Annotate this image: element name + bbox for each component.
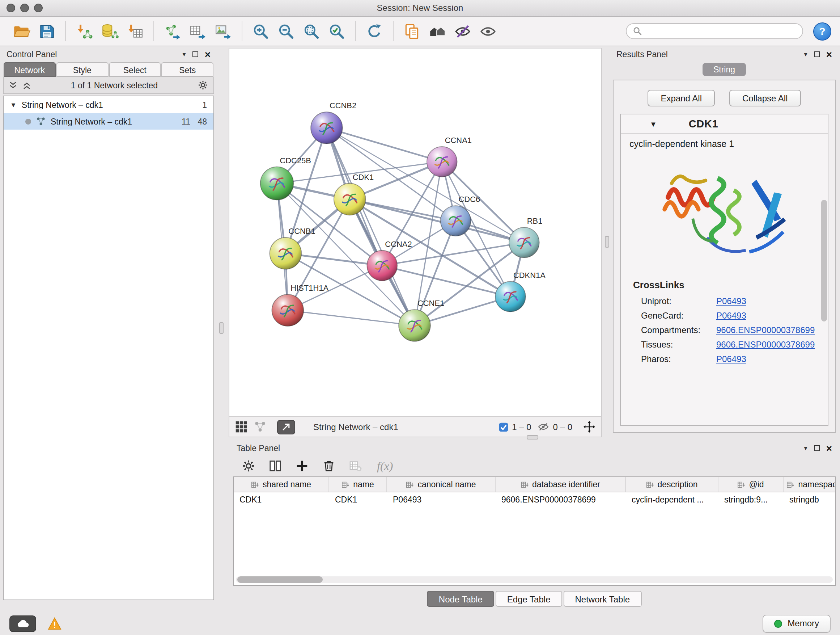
column-header-description[interactable]: description (626, 477, 718, 492)
import-table-file-button[interactable] (125, 21, 145, 42)
memory-button[interactable]: Memory (762, 614, 831, 632)
tab-select[interactable]: Select (109, 62, 161, 77)
control-panel-menu-icon[interactable]: ▾ (183, 50, 186, 57)
right-splitter-handle[interactable] (605, 236, 609, 248)
import-network-file-button[interactable] (74, 21, 95, 42)
export-table-button[interactable] (187, 21, 208, 42)
network-collection-row[interactable]: ▼ String Network – cdk1 1 (4, 96, 213, 113)
network-graph[interactable]: CCNB2CCNA1CDC25BCDK1CDC6RB1CCNB1CCNA2CDK… (229, 49, 601, 416)
hidden-eye-icon[interactable] (538, 422, 549, 432)
birdseye-view-icon[interactable] (235, 421, 248, 433)
table-horizontal-scrollbar[interactable] (236, 576, 833, 583)
apply-layout-button[interactable] (364, 21, 385, 42)
clear-table-button[interactable] (349, 459, 363, 473)
collapse-all-icon[interactable] (9, 81, 17, 89)
zoom-out-button[interactable] (276, 21, 297, 42)
table-panel-menu-icon[interactable]: ▾ (804, 444, 807, 451)
results-panel-close-icon[interactable]: × (826, 49, 832, 59)
edge-CDK1-RB1[interactable] (350, 199, 524, 242)
delete-columns-button[interactable] (322, 459, 336, 473)
left-splitter-handle[interactable] (219, 322, 224, 334)
results-scrollbar-thumb[interactable] (821, 200, 827, 321)
network-overview-icon[interactable] (254, 421, 266, 433)
selected-checkbox-icon[interactable] (498, 422, 508, 432)
column-header-shared-name[interactable]: shared name (234, 477, 329, 492)
zoom-in-button[interactable] (250, 21, 271, 42)
crosslink-link[interactable]: P06493 (716, 310, 746, 321)
expand-all-icon[interactable] (22, 81, 31, 89)
export-image-button[interactable] (213, 21, 234, 42)
export-network-button[interactable] (162, 21, 183, 42)
zoom-fit-button[interactable] (301, 21, 322, 42)
string-documents-button[interactable] (401, 21, 423, 42)
bottom-splitter-handle[interactable] (527, 435, 538, 440)
table-body: CDK1CDK1P064939606.ENSP00000378699cyclin… (234, 492, 835, 508)
tab-edge-table[interactable]: Edge Table (496, 591, 562, 607)
network-canvas[interactable]: CCNB2CCNA1CDC25BCDK1CDC6RB1CCNB1CCNA2CDK… (229, 48, 602, 417)
zoom-selected-button[interactable] (326, 21, 347, 42)
window-zoom-button[interactable] (34, 4, 43, 12)
results-panel-float-icon[interactable] (814, 51, 820, 57)
edge-HIST1H1A-CCNE1[interactable] (287, 310, 415, 325)
crosslink-link[interactable]: 9606.ENSP00000378699 (716, 340, 815, 350)
network-row[interactable]: String Network – cdk1 11 48 (4, 113, 213, 130)
table-settings-button[interactable] (242, 459, 256, 473)
fit-content-icon[interactable] (583, 421, 595, 433)
node-CDC25B[interactable]: CDC25B (261, 156, 311, 200)
table-panel-float-icon[interactable] (814, 445, 820, 451)
tab-string[interactable]: String (703, 63, 746, 76)
column-header-name[interactable]: name (329, 477, 387, 492)
tab-style[interactable]: Style (57, 62, 109, 77)
cloud-button[interactable] (9, 615, 36, 632)
table-row[interactable]: CDK1CDK1P064939606.ENSP00000378699cyclin… (234, 492, 836, 508)
network-options-gear-icon[interactable] (197, 80, 208, 90)
expand-all-button[interactable]: Expand All (648, 90, 715, 106)
results-panel-menu-icon[interactable]: ▾ (804, 50, 807, 57)
node-CDKN1A[interactable]: CDKN1A (495, 271, 546, 312)
string-home-button[interactable] (427, 21, 448, 42)
open-session-button[interactable] (11, 21, 32, 42)
column-header-namespace[interactable]: namespace (783, 477, 836, 492)
crosslink-link[interactable]: 9606.ENSP00000378699 (716, 325, 815, 335)
tab-network[interactable]: Network (4, 62, 56, 77)
search-input[interactable] (645, 27, 796, 35)
table-scrollbar-thumb[interactable] (237, 576, 323, 583)
collapse-all-button[interactable]: Collapse All (729, 90, 801, 106)
edge-CCNB2-CCNE1[interactable] (327, 128, 415, 325)
tab-network-table[interactable]: Network Table (564, 591, 642, 607)
entry-expanded-icon[interactable]: ▼ (650, 120, 657, 128)
control-panel-float-icon[interactable] (193, 51, 198, 57)
warnings-button[interactable] (48, 616, 62, 630)
node-CDK1[interactable]: CDK1 (334, 173, 374, 215)
edge-CCNB2-CCNA1[interactable] (327, 128, 442, 162)
save-session-button[interactable] (36, 21, 57, 42)
node-CCNB1[interactable]: CCNB1 (270, 226, 316, 269)
help-button[interactable]: ? (813, 22, 831, 40)
string-documents-icon (403, 22, 421, 40)
node-RB1[interactable]: RB1 (509, 217, 542, 258)
node-CCNB2[interactable]: CCNB2 (311, 101, 356, 144)
control-panel-close-icon[interactable]: × (205, 49, 210, 59)
create-column-button[interactable] (295, 459, 309, 473)
crosslink-link[interactable]: P06493 (716, 296, 746, 306)
column-header-database-identifier[interactable]: database identifier (496, 477, 626, 492)
window-close-button[interactable] (6, 4, 15, 12)
table-panel-close-icon[interactable]: × (826, 443, 832, 453)
node-entry-header[interactable]: ▼ CDK1 (621, 114, 828, 134)
tab-sets[interactable]: Sets (162, 62, 214, 77)
function-builder-button[interactable]: f(x) (377, 459, 393, 472)
import-network-database-button[interactable] (99, 21, 120, 42)
show-glass-button[interactable] (477, 21, 499, 42)
column-header-canonical-name[interactable]: canonical name (387, 477, 496, 492)
column-header--id[interactable]: @id (718, 477, 783, 492)
tree-expanded-icon[interactable]: ▼ (10, 101, 17, 108)
select-columns-button[interactable] (268, 459, 282, 473)
node-HIST1H1A[interactable]: HIST1H1A (272, 283, 329, 326)
node-CCNA1[interactable]: CCNA1 (427, 136, 472, 177)
detach-view-button[interactable] (277, 420, 295, 434)
window-minimize-button[interactable] (20, 4, 29, 12)
hide-glass-button[interactable] (452, 21, 473, 42)
tab-node-table[interactable]: Node Table (427, 591, 494, 607)
crosslink-link[interactable]: P06493 (716, 354, 746, 364)
search-box[interactable] (626, 23, 803, 39)
